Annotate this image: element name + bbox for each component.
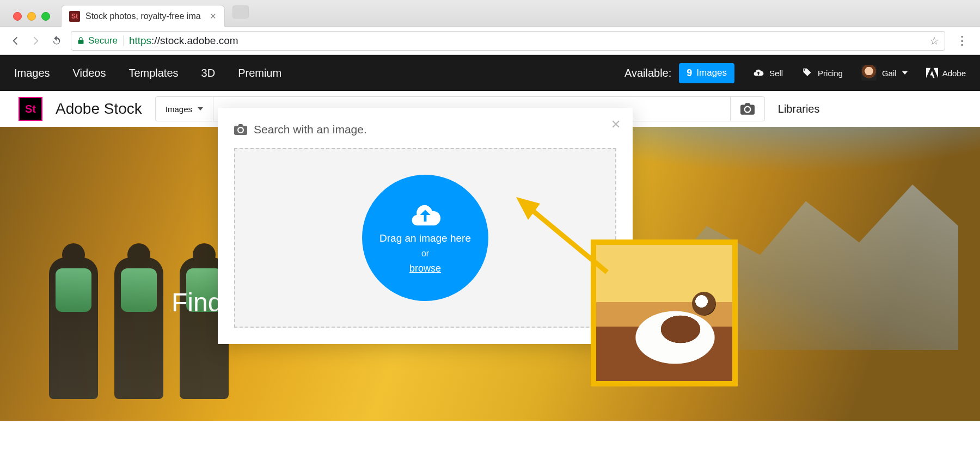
nav-sell-label: Sell: [769, 69, 783, 78]
nav-pricing-label: Pricing: [818, 69, 843, 78]
address-field[interactable]: Secure https://stock.adobe.com ☆: [71, 31, 945, 51]
reload-button[interactable]: [50, 35, 63, 47]
nav-pricing[interactable]: Pricing: [801, 67, 843, 78]
tab-title: Stock photos, royalty-free ima: [85, 11, 201, 21]
dropzone-drag-text: Drag an image here: [379, 232, 471, 244]
new-tab-button[interactable]: [232, 5, 249, 19]
nav-adobe-label: Adobe: [942, 69, 966, 78]
available-count: 9: [687, 67, 692, 79]
nav-premium[interactable]: Premium: [238, 67, 281, 79]
available-pill[interactable]: 9 Images: [679, 63, 734, 83]
dropzone-browse-link[interactable]: browse: [409, 263, 441, 274]
nav-sell[interactable]: Sell: [753, 67, 783, 78]
dropzone-cta[interactable]: Drag an image here or browse: [362, 175, 488, 301]
nav-templates[interactable]: Templates: [128, 67, 178, 79]
avatar: [861, 65, 877, 81]
price-tag-icon: [801, 67, 812, 78]
camera-icon: [234, 124, 247, 135]
user-name: Gail: [882, 69, 897, 78]
lock-icon: [77, 36, 85, 45]
visual-search-popover: ✕ Search with an image. Drag an image he…: [218, 108, 633, 344]
chevron-down-icon: [198, 107, 203, 110]
available-credits: Available: 9 Images: [624, 63, 734, 83]
hero-hikers-art: [49, 257, 229, 399]
nav-videos[interactable]: Videos: [73, 67, 106, 79]
annotation-dragged-image[interactable]: [591, 239, 738, 386]
secure-badge[interactable]: Secure: [77, 35, 124, 46]
bookmark-star-icon[interactable]: ☆: [929, 34, 939, 47]
browser-chrome: St Stock photos, royalty-free ima ✕ Secu…: [0, 0, 980, 55]
user-menu[interactable]: Gail: [861, 65, 908, 81]
image-dropzone[interactable]: Drag an image here or browse: [234, 148, 616, 328]
popover-title: Search with an image.: [234, 123, 616, 136]
search-category-dropdown[interactable]: Images: [156, 97, 213, 121]
address-bar: Secure https://stock.adobe.com ☆ ⋮: [0, 26, 980, 54]
primary-nav-right: Available: 9 Images Sell Pricing Gail Ad…: [624, 63, 966, 83]
popover-title-text: Search with an image.: [254, 123, 367, 136]
primary-nav: Images Videos Templates 3D Premium Avail…: [0, 55, 980, 91]
secure-label: Secure: [88, 35, 118, 46]
cloud-upload-icon: [409, 202, 442, 228]
product-logo-icon[interactable]: St: [19, 97, 42, 121]
available-label: Available:: [624, 67, 671, 79]
nav-adobe[interactable]: Adobe: [926, 67, 966, 78]
forward-button: [29, 35, 42, 47]
url-text: https://stock.adobe.com: [129, 35, 238, 47]
primary-nav-left: Images Videos Templates 3D Premium: [14, 67, 281, 79]
popover-close-icon[interactable]: ✕: [611, 118, 621, 132]
window-close-icon[interactable]: [13, 12, 22, 21]
product-name: Adobe Stock: [56, 100, 142, 118]
back-button[interactable]: [9, 35, 22, 47]
window-controls: [7, 12, 57, 26]
window-minimize-icon[interactable]: [27, 12, 36, 21]
tab-strip: St Stock photos, royalty-free ima ✕: [0, 0, 980, 26]
nav-3d[interactable]: 3D: [201, 67, 216, 79]
cloud-upload-icon: [753, 67, 764, 78]
chevron-down-icon: [902, 71, 908, 75]
url-protocol: https: [129, 35, 151, 46]
available-unit: Images: [696, 67, 727, 78]
camera-icon: [740, 103, 755, 115]
nav-images[interactable]: Images: [14, 67, 50, 79]
window-zoom-icon[interactable]: [41, 12, 50, 21]
adobe-logo-icon: [926, 67, 938, 78]
dropzone-or-text: or: [421, 249, 429, 259]
search-category-label: Images: [166, 105, 192, 114]
visual-search-button[interactable]: [730, 97, 764, 121]
hero-headline: Find: [171, 287, 222, 317]
browser-tab[interactable]: St Stock photos, royalty-free ima ✕: [61, 5, 225, 27]
libraries-label: Libraries: [778, 103, 820, 115]
tab-close-icon[interactable]: ✕: [206, 11, 217, 21]
browser-menu-icon[interactable]: ⋮: [953, 34, 971, 48]
libraries-menu[interactable]: Libraries: [778, 103, 825, 115]
url-path: ://stock.adobe.com: [151, 35, 238, 46]
favicon-icon: St: [69, 11, 80, 22]
